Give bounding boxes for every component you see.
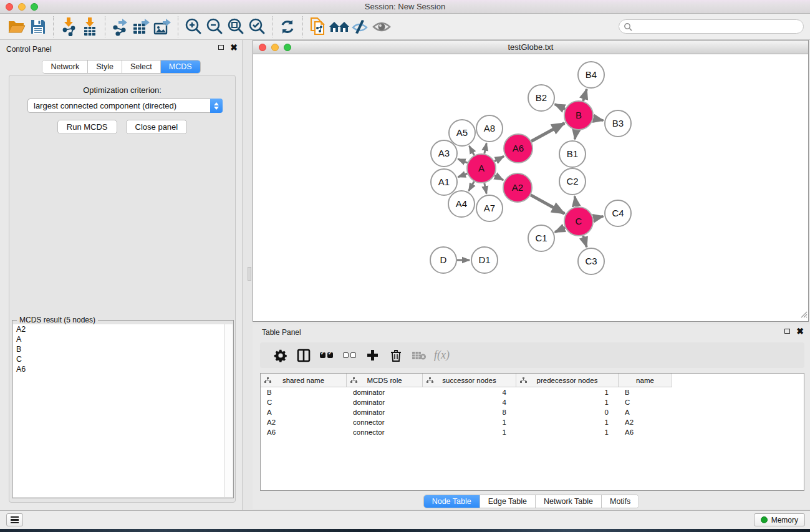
columns-icon[interactable] (292, 346, 315, 365)
network-graph: B4B2BB3A8A5A6A3B1AC2A1A2A4A7C4CC1C3DD1 (253, 54, 808, 321)
trash-icon[interactable] (384, 346, 407, 365)
network-canvas[interactable]: B4B2BB3A8A5A6A3B1AC2A1A2A4A7C4CC1C3DD1 (253, 54, 808, 321)
table-panel-title: Table Panel (262, 328, 301, 337)
main-toolbar (0, 14, 810, 40)
node-label-A2: A2 (512, 182, 523, 193)
tab-select[interactable]: Select (122, 60, 161, 73)
import-table-icon[interactable] (79, 16, 100, 37)
panel-splitter-handle[interactable] (248, 267, 251, 281)
resize-grip-icon[interactable] (799, 309, 808, 321)
node-label-C: C (576, 216, 582, 226)
search-input[interactable] (632, 21, 803, 32)
float-panel-icon[interactable] (218, 45, 224, 50)
edge-B-B3 (594, 118, 604, 120)
float-table-panel-icon[interactable] (784, 329, 790, 334)
cell-name: A (619, 409, 672, 416)
run-mcds-button[interactable]: Run MCDS (57, 120, 117, 134)
column-header-MCDS-role[interactable]: MCDS role (347, 374, 423, 387)
mcds-result-item[interactable]: A2 (13, 324, 224, 334)
table-row[interactable]: Bdominator41B (261, 387, 804, 397)
tab-mcds[interactable]: MCDS (161, 60, 200, 73)
cell-predecessor-nodes: 1 (516, 428, 619, 436)
network-window-titlebar: testGlobe.txt (253, 41, 808, 54)
eye-icon[interactable] (371, 16, 392, 37)
edge-B-B1 (575, 130, 576, 140)
cell-successor-nodes: 4 (423, 399, 516, 406)
export-network-icon[interactable] (110, 16, 131, 37)
checked-pair-icon[interactable] (315, 346, 338, 365)
close-table-panel-icon[interactable]: ✖ (796, 328, 804, 334)
column-header-predecessor-nodes[interactable]: predecessor nodes (516, 374, 619, 387)
close-panel-button[interactable]: Close panel (126, 120, 188, 134)
tab-network-table[interactable]: Network Table (536, 495, 602, 508)
column-header-name[interactable]: name (619, 374, 672, 387)
edge-A6-B (531, 123, 564, 141)
table-row[interactable]: Adominator80A (261, 407, 804, 417)
mcds-scrollbar[interactable] (224, 324, 233, 497)
column-header-successor-nodes[interactable]: successor nodes (423, 374, 516, 387)
table-row[interactable]: Cdominator41C (261, 397, 804, 407)
edge-B-B4 (583, 89, 587, 101)
open-session-icon[interactable] (6, 16, 27, 37)
table-toolbar: f(x) (260, 342, 804, 368)
task-history-button[interactable] (6, 513, 23, 526)
control-panel-title: Control Panel (6, 45, 52, 54)
zoom-selected-icon[interactable] (246, 16, 268, 37)
criterion-select[interactable]: largest connected component (directed) (27, 99, 223, 113)
cell-shared-name: A2 (261, 418, 347, 426)
mcds-result-item[interactable]: C (13, 354, 224, 364)
table-row[interactable]: A6connector11A6 (261, 427, 804, 437)
refresh-icon[interactable] (277, 16, 298, 37)
mcds-result-item[interactable]: A6 (13, 364, 224, 374)
function-icon: f(x) (434, 349, 450, 362)
toolbar-separator (302, 16, 303, 37)
cell-predecessor-nodes: 1 (516, 418, 619, 426)
tab-motifs[interactable]: Motifs (602, 495, 639, 508)
memory-button[interactable]: Memory (754, 513, 805, 526)
cell-MCDS-role: dominator (347, 409, 423, 416)
edge-C-C1 (555, 228, 565, 232)
cell-name: A2 (619, 418, 672, 426)
cell-successor-nodes: 8 (423, 409, 516, 416)
houses-icon[interactable] (329, 16, 350, 37)
cell-shared-name: B (261, 389, 347, 396)
add-icon[interactable] (361, 346, 384, 365)
hide-eye-icon[interactable] (350, 16, 371, 37)
cell-successor-nodes: 4 (423, 389, 516, 396)
save-session-icon[interactable] (27, 16, 49, 37)
export-table-icon[interactable] (131, 16, 152, 37)
unchecked-pair-icon[interactable] (338, 346, 361, 365)
node-label-C1: C1 (535, 233, 547, 243)
edge-A-A2 (494, 175, 503, 180)
search-box (619, 19, 804, 34)
export-image-icon[interactable] (152, 16, 173, 37)
mcds-result-item[interactable]: A (13, 334, 224, 344)
zoom-in-icon[interactable] (183, 16, 204, 37)
cell-shared-name: C (261, 399, 347, 406)
mcds-result-item[interactable]: B (13, 344, 224, 354)
tab-style[interactable]: Style (88, 60, 122, 73)
zoom-fit-icon[interactable] (225, 16, 246, 37)
tab-node-table[interactable]: Node Table (424, 495, 480, 508)
stepper-icon (210, 99, 223, 113)
search-icon (624, 22, 632, 31)
node-label-C4: C4 (612, 208, 624, 218)
edge-A2-C (531, 195, 564, 214)
network-window-title: testGlobe.txt (253, 42, 808, 52)
zoom-out-icon[interactable] (204, 16, 225, 37)
close-panel-icon[interactable]: ✖ (230, 44, 238, 51)
cell-MCDS-role: dominator (347, 399, 423, 406)
import-network-icon[interactable] (58, 16, 79, 37)
cell-successor-nodes: 1 (423, 418, 516, 426)
optimization-label: Optimization criterion: (9, 85, 235, 95)
tab-edge-table[interactable]: Edge Table (480, 495, 536, 508)
mcds-result-fieldset: MCDS result (5 nodes) A2ABCA6 (12, 320, 234, 498)
table-row[interactable]: A2connector11A2 (261, 417, 804, 427)
gear-icon[interactable] (269, 346, 292, 365)
table-tabs: Node TableEdge TableNetwork TableMotifs (423, 495, 640, 508)
duplicate-network-icon[interactable] (307, 16, 329, 37)
status-bar: Memory (0, 510, 810, 529)
column-header-shared-name[interactable]: shared name (261, 374, 347, 387)
titlebar: Session: New Session (0, 0, 810, 14)
tab-network[interactable]: Network (42, 60, 88, 73)
